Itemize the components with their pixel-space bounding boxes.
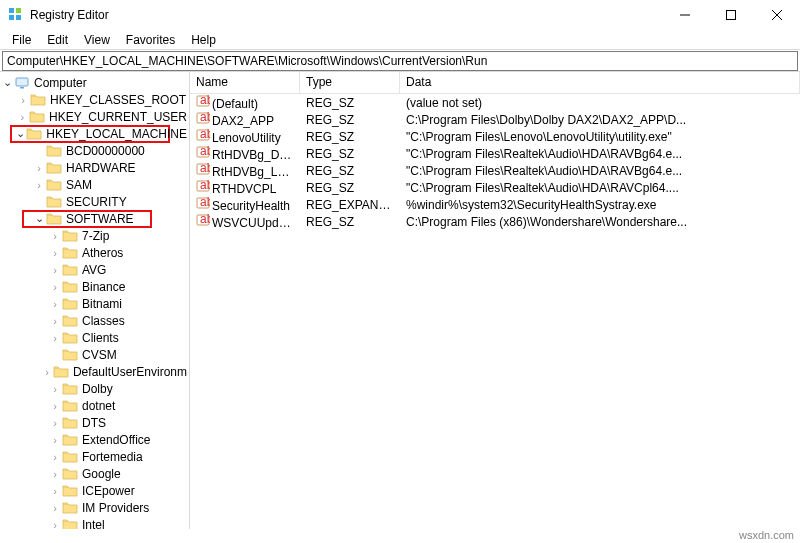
tree-item-label: Atheros (80, 246, 125, 260)
menu-file[interactable]: File (4, 31, 39, 49)
menu-favorites[interactable]: Favorites (118, 31, 183, 49)
tree-pane[interactable]: ⌄Computer›HKEY_CLASSES_ROOT›HKEY_CURRENT… (0, 72, 190, 529)
folder-icon (30, 93, 46, 107)
tree-item[interactable]: ›HKEY_CURRENT_USER (0, 108, 189, 125)
column-type[interactable]: Type (300, 72, 400, 93)
expand-icon[interactable]: › (48, 315, 62, 327)
maximize-button[interactable] (708, 0, 754, 29)
value-data: (value not set) (400, 96, 800, 110)
value-type: REG_EXPAND_SZ (300, 198, 400, 212)
tree-item[interactable]: ›Bitnami (0, 295, 189, 312)
list-pane[interactable]: Name Type Data ab(Default)REG_SZ(value n… (190, 72, 800, 529)
tree-item[interactable]: ›HKEY_CLASSES_ROOT (0, 91, 189, 108)
expand-icon[interactable]: › (48, 417, 62, 429)
expand-icon[interactable]: › (48, 264, 62, 276)
menu-edit[interactable]: Edit (39, 31, 76, 49)
menu-view[interactable]: View (76, 31, 118, 49)
tree-item[interactable]: ›dotnet (0, 397, 189, 414)
string-value-icon: ab (196, 145, 210, 159)
column-data[interactable]: Data (400, 72, 800, 93)
tree-item[interactable]: ›Atheros (0, 244, 189, 261)
tree-item[interactable]: ›AVG (0, 261, 189, 278)
svg-rect-3 (16, 15, 21, 20)
expand-icon[interactable]: › (48, 400, 62, 412)
close-button[interactable] (754, 0, 800, 29)
tree-item[interactable]: ›Classes (0, 312, 189, 329)
tree-item[interactable]: ›7-Zip (0, 227, 189, 244)
tree-item-label: dotnet (80, 399, 117, 413)
column-name[interactable]: Name (190, 72, 300, 93)
value-row[interactable]: abDAX2_APPREG_SZC:\Program Files\Dolby\D… (190, 111, 800, 128)
value-name: abSecurityHealth (190, 196, 300, 213)
folder-icon (62, 518, 78, 530)
tree-item[interactable]: CVSM (0, 346, 189, 363)
tree-item[interactable]: ⌄HKEY_LOCAL_MACHINE (0, 125, 189, 142)
tree-item[interactable]: ⌄Computer (0, 74, 189, 91)
string-value-icon: ab (196, 128, 210, 142)
tree-item[interactable]: ⌄SOFTWARE (0, 210, 189, 227)
tree-item[interactable]: ›SAM (0, 176, 189, 193)
tree-item[interactable]: ›Clients (0, 329, 189, 346)
value-row[interactable]: abLenovoUtilityREG_SZ"C:\Program Files\L… (190, 128, 800, 145)
expand-icon[interactable]: › (48, 230, 62, 242)
expand-icon[interactable]: › (48, 451, 62, 463)
expand-icon[interactable]: › (48, 468, 62, 480)
tree-item[interactable]: ›DefaultUserEnvironm (0, 363, 189, 380)
value-row[interactable]: abWSVCUUpdateH...REG_SZC:\Program Files … (190, 213, 800, 230)
minimize-button[interactable] (662, 0, 708, 29)
expand-icon[interactable]: › (32, 179, 46, 191)
collapse-icon[interactable]: ⌄ (0, 76, 14, 89)
value-row[interactable]: ab(Default)REG_SZ(value not set) (190, 94, 800, 111)
value-type: REG_SZ (300, 113, 400, 127)
expand-icon[interactable]: › (48, 434, 62, 446)
address-input[interactable] (2, 51, 798, 71)
expand-icon[interactable]: › (41, 366, 53, 378)
folder-icon (29, 110, 45, 124)
svg-text:ab: ab (200, 111, 210, 124)
tree-item[interactable]: ›DTS (0, 414, 189, 431)
expand-icon[interactable]: › (48, 383, 62, 395)
tree-item[interactable]: SECURITY (0, 193, 189, 210)
expand-icon[interactable]: › (48, 247, 62, 259)
expand-icon[interactable]: › (48, 485, 62, 497)
expand-icon[interactable]: › (48, 281, 62, 293)
tree-item[interactable]: ›ExtendOffice (0, 431, 189, 448)
expand-icon[interactable]: › (16, 94, 30, 106)
value-name: abRtHDVBg_Dolby (190, 145, 300, 162)
tree-item[interactable]: ›Fortemedia (0, 448, 189, 465)
tree-item[interactable]: ›ICEpower (0, 482, 189, 499)
value-type: REG_SZ (300, 164, 400, 178)
value-row[interactable]: abRtHDVBg_DolbyREG_SZ"C:\Program Files\R… (190, 145, 800, 162)
svg-rect-1 (16, 8, 21, 13)
tree-item[interactable]: ›Google (0, 465, 189, 482)
expand-icon[interactable]: › (48, 502, 62, 514)
tree-item[interactable]: BCD00000000 (0, 142, 189, 159)
value-row[interactable]: abSecurityHealthREG_EXPAND_SZ%windir%\sy… (190, 196, 800, 213)
value-row[interactable]: abRTHDVCPLREG_SZ"C:\Program Files\Realte… (190, 179, 800, 196)
tree-item[interactable]: ›HARDWARE (0, 159, 189, 176)
expand-icon[interactable]: › (48, 298, 62, 310)
value-name: abLenovoUtility (190, 128, 300, 145)
menu-help[interactable]: Help (183, 31, 224, 49)
title-bar: Registry Editor (0, 0, 800, 30)
tree-item[interactable]: ›IM Providers (0, 499, 189, 516)
svg-text:ab: ab (200, 128, 210, 141)
svg-text:ab: ab (200, 213, 210, 226)
tree-item-label: Dolby (80, 382, 115, 396)
value-row[interactable]: abRtHDVBg_LENO...REG_SZ"C:\Program Files… (190, 162, 800, 179)
svg-text:ab: ab (200, 162, 210, 175)
tree-item[interactable]: ›Dolby (0, 380, 189, 397)
svg-rect-8 (16, 78, 28, 86)
expand-icon[interactable]: › (15, 111, 29, 123)
expand-icon[interactable]: › (48, 519, 62, 530)
tree-item-label: Google (80, 467, 123, 481)
tree-item-label: ExtendOffice (80, 433, 152, 447)
expand-icon[interactable]: › (32, 162, 46, 174)
tree-item[interactable]: ›Binance (0, 278, 189, 295)
tree-item[interactable]: ›Intel (0, 516, 189, 529)
folder-icon (46, 195, 62, 209)
expand-icon[interactable]: › (48, 332, 62, 344)
value-type: REG_SZ (300, 96, 400, 110)
string-value-icon: ab (196, 111, 210, 125)
string-value-icon: ab (196, 196, 210, 210)
